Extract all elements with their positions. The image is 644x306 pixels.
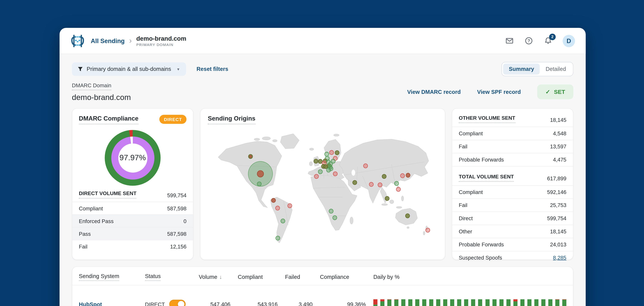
col-compliant[interactable]: Compliant <box>238 274 285 280</box>
daily-bar <box>401 299 406 306</box>
map-marker-green <box>281 219 285 223</box>
other-volume-value: 18,145 <box>550 117 566 123</box>
stat-value: 587,598 <box>167 205 186 211</box>
domain-name: demo-brand.com <box>136 35 186 42</box>
daily-bar <box>450 299 454 306</box>
sending-system-link[interactable]: HubSpot <box>79 301 145 306</box>
col-compliance[interactable]: Compliance <box>320 274 373 280</box>
row-label: Fail <box>459 202 467 208</box>
sort-desc-icon: ↓ <box>219 274 222 280</box>
bell-icon[interactable]: 2 <box>544 36 552 45</box>
set-status-button[interactable]: ✓ SET <box>537 85 573 99</box>
stat-label: Fail <box>79 243 88 249</box>
row-value: 24,013 <box>550 242 566 248</box>
app-window: All Sending › demo-brand.com PRIMARY DOM… <box>60 28 586 306</box>
row-label: Direct <box>459 215 473 221</box>
direct-volume-sent-value: 599,754 <box>167 192 186 198</box>
ondmarc-logo[interactable] <box>70 34 85 47</box>
section-gap <box>452 166 573 172</box>
mail-icon[interactable] <box>505 36 514 45</box>
map-marker-brick <box>272 198 276 202</box>
daily-bar <box>394 299 398 306</box>
stat-label: Enforced Pass <box>79 218 114 224</box>
other-row-fail: Fail 13,597 <box>452 140 573 153</box>
dmarc-domain-label: DMARC Domain <box>72 82 111 90</box>
other-volume-header: OTHER VOLUME SENT 18,145 <box>452 109 573 127</box>
tab-summary[interactable]: Summary <box>503 63 540 75</box>
world-map <box>208 127 438 253</box>
daily-bar <box>499 299 504 306</box>
total-row-probable-forwards: Probable Forwards 24,013 <box>452 238 573 251</box>
other-row-compliant: Compliant 4,548 <box>452 127 573 140</box>
view-spf-record-link[interactable]: View SPF record <box>477 89 521 95</box>
map-marker-green <box>325 152 329 156</box>
stat-row-enforced-pass: Enforced Pass 0 <box>72 214 193 227</box>
stat-row-pass: Pass 587,598 <box>72 227 193 240</box>
reset-filters-link[interactable]: Reset filters <box>196 66 228 72</box>
breadcrumb-current-domain: demo-brand.com PRIMARY DOMAIN <box>136 35 186 47</box>
domain-scope-dropdown[interactable]: Primary domain & all sub-domains ▼ <box>72 62 186 76</box>
compliance-donut-chart: 97.97% <box>105 130 161 186</box>
daily-bar <box>541 299 546 306</box>
col-daily-by-pct[interactable]: Daily by % <box>373 274 566 280</box>
map-marker-green <box>318 169 322 174</box>
map-marker-green <box>257 182 261 186</box>
stat-row-compliant: Compliant 587,598 <box>72 202 193 214</box>
suspected-spoofs-link[interactable]: 8,285 <box>553 255 566 261</box>
domain-type-label: PRIMARY DOMAIN <box>136 43 186 47</box>
help-icon[interactable]: ? <box>524 36 533 45</box>
tab-detailed[interactable]: Detailed <box>540 63 572 75</box>
daily-bar <box>464 299 468 306</box>
daily-bar <box>555 299 560 306</box>
col-sending-system[interactable]: Sending System <box>79 273 119 281</box>
stat-label: Pass <box>79 231 91 237</box>
compliance-value: 99.36% <box>320 301 373 306</box>
map-marker-green <box>276 236 280 240</box>
stat-label: Compliant <box>79 205 103 211</box>
total-row-fail: Fail 25,753 <box>452 198 573 212</box>
filter-row: Primary domain & all sub-domains ▼ Reset… <box>72 62 573 76</box>
sending-origins-card: Sending Origins <box>200 108 445 260</box>
app-header: All Sending › demo-brand.com PRIMARY DOM… <box>60 28 586 54</box>
volume-summary-card: OTHER VOLUME SENT 18,145 Compliant 4,548… <box>452 108 573 260</box>
breadcrumb-all-sending[interactable]: All Sending <box>91 37 124 44</box>
daily-bar-chart <box>373 299 566 306</box>
daily-bar <box>478 299 482 306</box>
daily-bar <box>506 299 510 306</box>
daily-bar <box>457 299 462 306</box>
caspian-sea <box>352 169 355 176</box>
stat-value: 12,156 <box>170 243 186 249</box>
map-marker-olive <box>318 159 322 163</box>
map-marker-red <box>426 228 430 232</box>
daily-bar <box>534 299 538 306</box>
set-status-label: SET <box>554 89 565 95</box>
map-marker-red <box>396 187 400 191</box>
table-header-row: Sending System Status Volume ↓ Compliant… <box>79 267 566 285</box>
view-dmarc-record-link[interactable]: View DMARC record <box>407 89 460 95</box>
sending-systems-table: Sending System Status Volume ↓ Compliant… <box>72 267 573 306</box>
row-value: 13,597 <box>550 144 566 150</box>
total-row-direct: Direct 599,754 <box>452 211 573 225</box>
compliant-value: 543,916 <box>238 301 285 306</box>
daily-bar <box>373 299 378 306</box>
col-failed[interactable]: Failed <box>285 274 320 280</box>
dmarc-domain-block: DMARC Domain demo-brand.com <box>72 82 131 102</box>
row-label: Suspected Spoofs <box>459 255 502 261</box>
avatar[interactable]: D <box>563 35 575 47</box>
row-value: 592,146 <box>547 189 566 195</box>
daily-bar <box>443 299 448 306</box>
daily-bar <box>527 299 532 306</box>
row-label: Other <box>459 228 472 234</box>
col-volume[interactable]: Volume ↓ <box>199 274 238 280</box>
daily-bar <box>408 299 412 306</box>
row-value: 599,754 <box>547 215 566 221</box>
map-marker-red <box>276 206 280 210</box>
status-toggle[interactable] <box>169 300 186 306</box>
check-icon: ✓ <box>546 89 550 95</box>
col-status[interactable]: Status <box>145 273 161 281</box>
stat-value: 587,598 <box>167 231 186 237</box>
dmarc-domain-row: DMARC Domain demo-brand.com View DMARC r… <box>72 82 573 102</box>
row-label: Probable Forwards <box>459 156 504 163</box>
daily-bar <box>436 299 440 306</box>
map-marker-green <box>326 168 331 172</box>
